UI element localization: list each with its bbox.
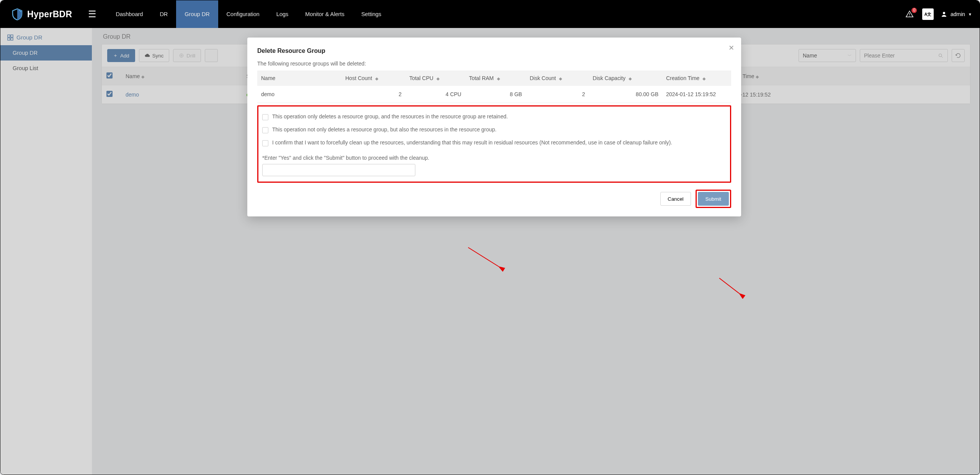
- alert-badge: 0: [911, 8, 917, 13]
- mrow-name: demo: [257, 86, 341, 103]
- mrow-creation-time: 2024-01-12 15:19:52: [662, 86, 731, 103]
- opt1-label: This operation only deletes a resource g…: [272, 113, 508, 120]
- nav-group-dr[interactable]: Group DR: [176, 0, 218, 28]
- modal-table: Name Host Count ◆ Total CPU ◆ Total RAM …: [257, 70, 731, 103]
- opt3-label: I confirm that I want to forcefully clea…: [272, 139, 672, 146]
- delete-resource-group-modal: ✕ Delete Resource Group The following re…: [247, 38, 741, 216]
- nav-configuration[interactable]: Configuration: [218, 0, 268, 28]
- mcol-creation-time[interactable]: Creation Time ◆: [662, 70, 731, 86]
- mrow-disk-count: 2: [526, 86, 589, 103]
- mrow-total-ram: 8 GB: [465, 86, 526, 103]
- nav-dashboard[interactable]: Dashboard: [107, 0, 151, 28]
- highlighted-options-box: This operation only deletes a resource g…: [257, 105, 731, 183]
- mcol-disk-count[interactable]: Disk Count ◆: [526, 70, 589, 86]
- user-menu[interactable]: admin ▼: [941, 11, 972, 18]
- mcol-total-ram[interactable]: Total RAM ◆: [465, 70, 526, 86]
- caret-down-icon: ▼: [968, 12, 972, 16]
- confirm-hint: *Enter "Yes" and click the "Submit" butt…: [262, 155, 726, 161]
- checkbox-icon[interactable]: [262, 127, 268, 133]
- submit-button[interactable]: Submit: [698, 192, 729, 206]
- modal-title: Delete Resource Group: [257, 48, 731, 54]
- mcol-total-cpu[interactable]: Total CPU ◆: [405, 70, 465, 86]
- delete-option-3[interactable]: I confirm that I want to forcefully clea…: [262, 136, 726, 149]
- top-nav: HyperBDR ☰ Dashboard DR Group DR Configu…: [0, 0, 980, 28]
- language-switch[interactable]: A文: [922, 8, 934, 20]
- close-icon[interactable]: ✕: [728, 44, 734, 52]
- opt2-label: This operation not only deletes a resour…: [272, 126, 497, 133]
- brand-logo: HyperBDR: [11, 8, 72, 20]
- checkbox-icon[interactable]: [262, 140, 268, 146]
- mrow-host-count: 2: [341, 86, 405, 103]
- svg-point-4: [943, 12, 945, 14]
- mrow-total-cpu: 4 CPU: [405, 86, 465, 103]
- user-name: admin: [951, 11, 965, 17]
- delete-option-2[interactable]: This operation not only deletes a resour…: [262, 123, 726, 136]
- checkbox-icon[interactable]: [262, 114, 268, 120]
- shield-icon: [11, 8, 23, 20]
- nav-logs[interactable]: Logs: [268, 0, 297, 28]
- nav-settings[interactable]: Settings: [353, 0, 390, 28]
- alerts-icon[interactable]: 0: [904, 8, 915, 20]
- mrow-disk-capacity: 80.00 GB: [589, 86, 662, 103]
- modal-row: demo 2 4 CPU 8 GB 2 80.00 GB 2024-01-12 …: [257, 86, 731, 103]
- svg-point-0: [19, 10, 20, 11]
- menu-toggle-icon[interactable]: ☰: [88, 9, 96, 20]
- modal-subtitle: The following resource groups will be de…: [257, 61, 731, 67]
- nav-links: Dashboard DR Group DR Configuration Logs…: [107, 0, 390, 28]
- nav-dr[interactable]: DR: [151, 0, 176, 28]
- nav-monitor-alerts[interactable]: Monitor & Alerts: [297, 0, 353, 28]
- svg-point-3: [909, 16, 910, 16]
- svg-point-1: [20, 11, 21, 12]
- submit-highlight: Submit: [696, 190, 731, 208]
- delete-option-1[interactable]: This operation only deletes a resource g…: [262, 110, 726, 123]
- mcol-disk-capacity[interactable]: Disk Capacity ◆: [589, 70, 662, 86]
- cancel-button[interactable]: Cancel: [660, 192, 691, 206]
- brand-text: HyperBDR: [27, 9, 72, 20]
- mcol-host-count[interactable]: Host Count ◆: [341, 70, 405, 86]
- confirm-input[interactable]: [262, 164, 415, 176]
- mcol-name: Name: [257, 70, 341, 86]
- user-icon: [941, 11, 947, 18]
